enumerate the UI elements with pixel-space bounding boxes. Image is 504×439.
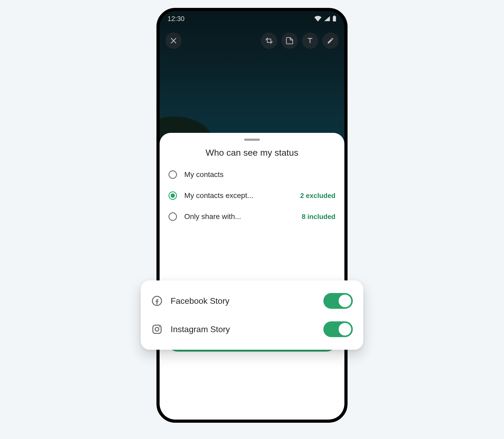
sticker-button[interactable] <box>281 33 298 49</box>
sheet-drag-handle[interactable] <box>244 139 260 141</box>
close-button[interactable] <box>165 33 182 49</box>
share-facebook-row[interactable]: Facebook Story <box>151 293 353 309</box>
status-bar: 12:30 <box>160 11 344 26</box>
svg-rect-1 <box>334 15 335 17</box>
battery-icon <box>332 15 337 22</box>
phone-frame: 12:30 <box>156 8 348 423</box>
svg-point-5 <box>159 326 160 327</box>
radio-icon-selected <box>169 191 177 200</box>
radio-icon <box>169 212 177 221</box>
option-label: Only share with... <box>184 212 294 221</box>
text-icon <box>306 37 314 45</box>
stage: 12:30 <box>0 0 504 439</box>
sheet-title: Who can see my status <box>160 148 344 158</box>
cellular-icon <box>324 16 330 22</box>
facebook-icon <box>151 295 163 307</box>
text-button[interactable] <box>302 33 318 49</box>
share-callout-card: Facebook Story Instagram Story <box>141 280 363 350</box>
svg-rect-0 <box>333 16 336 21</box>
option-note: 8 included <box>302 213 335 221</box>
phone-screen: 12:30 <box>160 11 344 420</box>
pencil-icon <box>327 37 334 44</box>
sticker-icon <box>285 36 294 45</box>
share-label: Instagram Story <box>171 325 316 334</box>
share-instagram-row[interactable]: Instagram Story <box>151 321 353 337</box>
option-note: 2 excluded <box>300 192 335 200</box>
status-icons <box>314 15 337 22</box>
close-icon <box>170 37 177 45</box>
option-only-share-with[interactable]: Only share with... 8 included <box>160 206 344 227</box>
instagram-icon <box>151 323 163 335</box>
option-contacts-except[interactable]: My contacts except... 2 excluded <box>160 185 344 206</box>
draw-button[interactable] <box>322 33 339 49</box>
option-label: My contacts except... <box>184 191 293 200</box>
editor-toolbar <box>160 30 344 51</box>
crop-rotate-button[interactable] <box>261 33 277 49</box>
radio-icon <box>169 170 177 179</box>
option-label: My contacts <box>184 170 335 179</box>
status-time: 12:30 <box>167 15 185 23</box>
privacy-sheet: Who can see my status My contacts My con… <box>160 133 344 420</box>
svg-point-4 <box>155 327 159 331</box>
option-my-contacts[interactable]: My contacts <box>160 164 344 185</box>
facebook-toggle[interactable] <box>323 293 353 309</box>
wifi-icon <box>314 16 322 22</box>
share-label: Facebook Story <box>171 296 316 306</box>
instagram-toggle[interactable] <box>323 321 353 337</box>
crop-rotate-icon <box>265 36 273 45</box>
